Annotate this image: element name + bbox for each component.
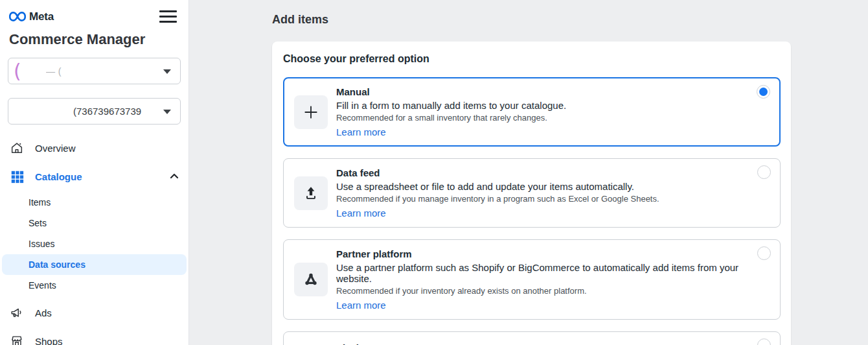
sidebar-item-ads[interactable]: Ads	[0, 298, 188, 327]
sidebar-item-label: Shops	[35, 336, 63, 345]
option-manual[interactable]: Manual Fill in a form to manually add it…	[283, 77, 781, 147]
radio-button[interactable]	[757, 246, 771, 260]
sidebar-header: Meta	[0, 0, 188, 25]
chevron-down-icon	[163, 69, 171, 74]
catalogue-sub-list: Items Sets Issues Data sources Events	[0, 191, 188, 298]
plus-icon	[303, 104, 319, 121]
megaphone-icon	[9, 305, 25, 320]
option-pixel[interactable]: </> Pixel Use your Facebook pixel to aut…	[283, 331, 781, 345]
page-title: Add items	[272, 13, 868, 27]
meta-infinity-icon	[9, 11, 26, 22]
radio-button[interactable]	[757, 165, 771, 179]
option-title: Manual	[336, 86, 566, 97]
options-card: Choose your preferred option Manual Fill…	[272, 42, 791, 345]
option-recommendation: Recommended for a small inventory that r…	[336, 113, 566, 123]
catalog-selector[interactable]: (736739673739	[8, 98, 181, 125]
option-description: Use a spreadsheet or file to add and upd…	[336, 181, 659, 192]
option-title: Pixel	[336, 342, 640, 345]
sidebar-item-events[interactable]: Events	[0, 275, 188, 296]
card-title: Choose your preferred option	[283, 53, 781, 65]
grid-icon	[9, 169, 25, 184]
meta-logo: Meta	[9, 10, 54, 23]
redacted-text-artifact: — (	[46, 66, 62, 77]
main-content: Add items Choose your preferred option M…	[189, 0, 868, 345]
sidebar-item-items[interactable]: Items	[0, 192, 188, 213]
option-title: Data feed	[336, 167, 659, 178]
sidebar-nav: Overview Catalogue Items Sets Issues Dat	[0, 134, 188, 345]
meta-brand-text: Meta	[29, 10, 54, 23]
catalog-selector-value: (736739673739	[73, 106, 141, 117]
storefront-icon	[9, 333, 25, 345]
learn-more-link[interactable]: Learn more	[336, 126, 386, 137]
option-title: Partner platform	[336, 248, 746, 259]
option-icon-box	[294, 95, 328, 129]
sidebar-item-label: Overview	[35, 143, 76, 154]
learn-more-link[interactable]: Learn more	[336, 300, 386, 311]
sidebar-item-issues[interactable]: Issues	[0, 233, 188, 254]
sidebar-item-data-sources[interactable]: Data sources	[2, 254, 187, 275]
sidebar-item-label: Ads	[35, 307, 52, 318]
option-icon-box	[294, 263, 328, 296]
option-description: Fill in a form to manually add items to …	[336, 100, 566, 111]
option-recommendation: Recommended if you manage inventory in a…	[336, 194, 659, 204]
sidebar-item-sets[interactable]: Sets	[0, 213, 188, 233]
sidebar-item-overview[interactable]: Overview	[0, 134, 188, 162]
option-partner-platform[interactable]: Partner platform Use a partner platform …	[283, 239, 781, 320]
chevron-down-icon	[163, 110, 171, 114]
learn-more-link[interactable]: Learn more	[336, 208, 386, 219]
sidebar: Meta Commerce Manager ( — ( (73673967373…	[0, 0, 189, 345]
business-selector[interactable]: ( — (	[8, 58, 181, 84]
redacted-avatar-mark: (	[14, 60, 21, 82]
app-title: Commerce Manager	[9, 31, 179, 48]
sidebar-item-catalogue[interactable]: Catalogue	[0, 162, 188, 191]
upload-icon	[303, 185, 319, 202]
radio-button[interactable]	[757, 339, 771, 345]
option-icon-box	[294, 176, 328, 210]
option-recommendation: Recommended if your inventory already ex…	[336, 286, 746, 296]
option-data-feed[interactable]: Data feed Use a spreadsheet or file to a…	[283, 158, 781, 228]
partner-icon	[303, 271, 319, 288]
radio-button[interactable]	[757, 85, 770, 99]
sidebar-item-label: Catalogue	[35, 171, 82, 182]
sidebar-item-shops[interactable]: Shops	[0, 327, 188, 345]
chevron-up-icon[interactable]	[169, 171, 179, 182]
home-icon	[9, 140, 25, 156]
option-description: Use a partner platform such as Shopify o…	[336, 262, 746, 284]
hamburger-menu-icon[interactable]	[158, 8, 178, 25]
